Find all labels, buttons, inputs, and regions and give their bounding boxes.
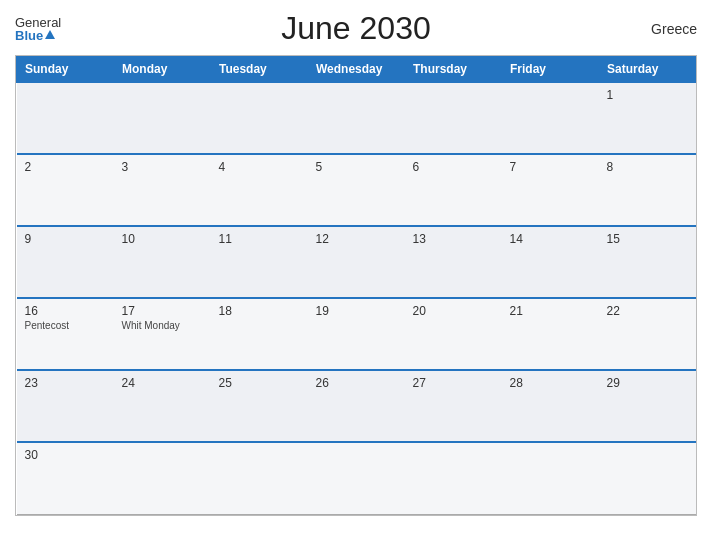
holiday-label: Pentecost xyxy=(25,320,106,331)
calendar-container: SundayMondayTuesdayWednesdayThursdayFrid… xyxy=(15,55,697,516)
day-number: 14 xyxy=(510,232,591,246)
calendar-cell: 18 xyxy=(211,298,308,370)
calendar-cell xyxy=(114,442,211,514)
day-number: 15 xyxy=(607,232,688,246)
calendar-cell xyxy=(405,82,502,154)
day-number: 16 xyxy=(25,304,106,318)
day-number: 22 xyxy=(607,304,688,318)
day-header-wednesday: Wednesday xyxy=(308,57,405,83)
country-label: Greece xyxy=(651,21,697,37)
calendar-cell: 1 xyxy=(599,82,696,154)
week-row-3: 9101112131415 xyxy=(17,226,696,298)
calendar-cell: 23 xyxy=(17,370,114,442)
day-number: 11 xyxy=(219,232,300,246)
day-number: 4 xyxy=(219,160,300,174)
day-number: 13 xyxy=(413,232,494,246)
day-number: 29 xyxy=(607,376,688,390)
calendar-cell: 6 xyxy=(405,154,502,226)
day-number: 24 xyxy=(122,376,203,390)
calendar-cell xyxy=(502,442,599,514)
day-number: 25 xyxy=(219,376,300,390)
calendar-cell: 28 xyxy=(502,370,599,442)
calendar-cell: 10 xyxy=(114,226,211,298)
calendar-cell xyxy=(599,442,696,514)
week-row-5: 23242526272829 xyxy=(17,370,696,442)
calendar-cell: 5 xyxy=(308,154,405,226)
calendar-cell: 14 xyxy=(502,226,599,298)
day-header-monday: Monday xyxy=(114,57,211,83)
day-number: 27 xyxy=(413,376,494,390)
calendar-cell xyxy=(211,82,308,154)
day-number: 8 xyxy=(607,160,688,174)
calendar-cell xyxy=(17,82,114,154)
day-number: 10 xyxy=(122,232,203,246)
calendar-cell: 11 xyxy=(211,226,308,298)
day-number: 1 xyxy=(607,88,688,102)
day-number: 26 xyxy=(316,376,397,390)
calendar-cell: 20 xyxy=(405,298,502,370)
logo-blue-text: Blue xyxy=(15,29,43,42)
day-number: 18 xyxy=(219,304,300,318)
calendar-cell: 21 xyxy=(502,298,599,370)
calendar-cell xyxy=(308,82,405,154)
calendar-cell xyxy=(211,442,308,514)
day-number: 20 xyxy=(413,304,494,318)
page-title: June 2030 xyxy=(281,10,430,47)
calendar-cell: 13 xyxy=(405,226,502,298)
day-number: 12 xyxy=(316,232,397,246)
calendar-cell: 4 xyxy=(211,154,308,226)
calendar-header: General Blue June 2030 Greece xyxy=(15,10,697,47)
calendar-cell: 30 xyxy=(17,442,114,514)
week-row-1: 1 xyxy=(17,82,696,154)
holiday-label: Whit Monday xyxy=(122,320,203,331)
day-header-friday: Friday xyxy=(502,57,599,83)
day-header-thursday: Thursday xyxy=(405,57,502,83)
calendar-cell xyxy=(502,82,599,154)
day-number: 7 xyxy=(510,160,591,174)
calendar-cell: 8 xyxy=(599,154,696,226)
calendar-cell: 2 xyxy=(17,154,114,226)
calendar-cell: 26 xyxy=(308,370,405,442)
day-number: 19 xyxy=(316,304,397,318)
calendar-cell: 12 xyxy=(308,226,405,298)
day-number: 17 xyxy=(122,304,203,318)
calendar-cell: 7 xyxy=(502,154,599,226)
logo-general-text: General xyxy=(15,16,61,29)
calendar-cell: 16Pentecost xyxy=(17,298,114,370)
logo-triangle-icon xyxy=(45,30,55,39)
calendar-cell xyxy=(308,442,405,514)
calendar-cell: 29 xyxy=(599,370,696,442)
day-number: 30 xyxy=(25,448,106,462)
day-number: 23 xyxy=(25,376,106,390)
day-header-tuesday: Tuesday xyxy=(211,57,308,83)
calendar-cell: 24 xyxy=(114,370,211,442)
calendar-cell: 27 xyxy=(405,370,502,442)
calendar-cell: 3 xyxy=(114,154,211,226)
calendar-cell: 17Whit Monday xyxy=(114,298,211,370)
day-number: 21 xyxy=(510,304,591,318)
calendar-cell: 25 xyxy=(211,370,308,442)
day-number: 3 xyxy=(122,160,203,174)
day-number: 28 xyxy=(510,376,591,390)
calendar-cell: 22 xyxy=(599,298,696,370)
logo: General Blue xyxy=(15,16,61,42)
day-header-saturday: Saturday xyxy=(599,57,696,83)
week-row-4: 16Pentecost17Whit Monday1819202122 xyxy=(17,298,696,370)
day-number: 6 xyxy=(413,160,494,174)
week-row-2: 2345678 xyxy=(17,154,696,226)
day-number: 5 xyxy=(316,160,397,174)
calendar-table: SundayMondayTuesdayWednesdayThursdayFrid… xyxy=(16,56,696,515)
day-header-sunday: Sunday xyxy=(17,57,114,83)
week-row-6: 30 xyxy=(17,442,696,514)
calendar-cell: 9 xyxy=(17,226,114,298)
calendar-cell: 19 xyxy=(308,298,405,370)
calendar-cell: 15 xyxy=(599,226,696,298)
day-number: 2 xyxy=(25,160,106,174)
calendar-cell xyxy=(405,442,502,514)
calendar-header-row: SundayMondayTuesdayWednesdayThursdayFrid… xyxy=(17,57,696,83)
day-number: 9 xyxy=(25,232,106,246)
calendar-cell xyxy=(114,82,211,154)
